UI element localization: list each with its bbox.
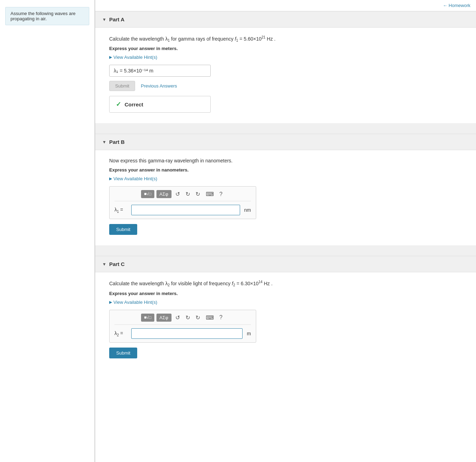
part-c-math-input-row: λ2 = m: [114, 328, 251, 339]
part-b-question: Now express this gamma-ray wavelength in…: [109, 157, 465, 164]
part-a-question: Calculate the wavelength λ1 for gamma ra…: [109, 35, 465, 43]
homework-nav-link[interactable]: ← Homework: [443, 3, 470, 8]
part-c-math-help-button[interactable]: ?: [218, 314, 224, 321]
correct-checkmark-icon: ✓: [116, 100, 121, 108]
part-c-math-label: λ2 =: [114, 330, 128, 337]
part-b-math-unit: nm: [244, 207, 251, 213]
part-c-instruction: Express your answer in meters.: [109, 291, 465, 296]
part-b-math-label: λ1 =: [114, 207, 128, 214]
part-a-hint-label: View Available Hint(s): [113, 55, 157, 60]
part-b-instruction: Express your answer in nanometers.: [109, 167, 465, 173]
part-c-math-fraction-button[interactable]: ■√□: [141, 314, 154, 322]
part-b-hint-arrow: ▶: [109, 176, 112, 181]
part-a-answer-input[interactable]: [109, 65, 211, 77]
part-c-math-symbol-button[interactable]: ΑΣφ: [156, 314, 172, 322]
part-b-section: ▼ Part B Now express this gamma-ray wave…: [95, 134, 476, 245]
part-c-title: Part C: [109, 261, 125, 267]
part-bc-separator: [95, 245, 476, 256]
part-c-submit-button[interactable]: Submit: [109, 348, 137, 358]
part-a-hint-arrow: ▶: [109, 55, 112, 59]
part-b-math-widget: ■√□ ΑΣφ ↺ ↻ ↺ ⌨ ? λ1 = nm: [109, 186, 256, 219]
part-b-collapse-arrow[interactable]: ▼: [102, 140, 106, 145]
main-content: ← Homework ▼ Part A Calculate the wavele…: [95, 0, 476, 462]
part-a-hint-link[interactable]: ▶ View Available Hint(s): [109, 55, 465, 60]
part-c-section: ▼ Part C Calculate the wavelength λ2 for…: [95, 256, 476, 369]
part-a-collapse-arrow[interactable]: ▼: [102, 17, 106, 22]
part-c-math-undo-button[interactable]: ↺: [174, 314, 182, 322]
math-fraction-button[interactable]: ■√□: [141, 190, 154, 198]
page-layout: Assume the following waves are propagati…: [0, 0, 476, 462]
math-keyboard-button[interactable]: ⌨: [204, 190, 216, 198]
math-redo-button[interactable]: ↻: [184, 190, 192, 198]
part-c-math-unit: m: [247, 331, 251, 336]
math-help-button[interactable]: ?: [218, 190, 224, 198]
sidebar-note: Assume the following waves are propagati…: [5, 7, 89, 25]
part-a-prev-answers-link[interactable]: Previous Answers: [141, 83, 177, 89]
part-c-math-widget: ■√□ ΑΣφ ↺ ↻ ↺ ⌨ ? λ2 = m: [109, 310, 256, 343]
part-c-body: Calculate the wavelength λ2 for visible …: [95, 272, 476, 369]
part-a-title: Part A: [109, 16, 125, 22]
part-a-body: Calculate the wavelength λ1 for gamma ra…: [95, 28, 476, 123]
part-c-math-field[interactable]: [131, 328, 243, 339]
part-a-correct-label: Correct: [125, 102, 143, 107]
math-undo-button[interactable]: ↺: [174, 190, 182, 198]
part-a-submit-row: Submit Previous Answers: [109, 81, 465, 91]
sidebar: Assume the following waves are propagati…: [0, 0, 94, 462]
part-c-hint-arrow: ▶: [109, 300, 112, 304]
part-b-hint-link[interactable]: ▶ View Available Hint(s): [109, 176, 465, 181]
part-b-body: Now express this gamma-ray wavelength in…: [95, 150, 476, 245]
part-c-question: Calculate the wavelength λ2 for visible …: [109, 279, 465, 288]
part-c-hint-label: View Available Hint(s): [113, 300, 157, 305]
math-refresh-button[interactable]: ↺: [194, 190, 202, 198]
part-c-math-toolbar: ■√□ ΑΣφ ↺ ↻ ↺ ⌨ ?: [114, 314, 251, 325]
part-c-math-redo-button[interactable]: ↻: [184, 314, 192, 322]
part-a-instruction: Express your answer in meters.: [109, 46, 465, 51]
part-c-hint-link[interactable]: ▶ View Available Hint(s): [109, 300, 465, 305]
part-b-title: Part B: [109, 139, 125, 145]
part-a-input-box: [109, 65, 465, 81]
part-c-header[interactable]: ▼ Part C: [95, 256, 476, 272]
part-a-submit-button[interactable]: Submit: [109, 81, 135, 91]
part-b-math-toolbar: ■√□ ΑΣφ ↺ ↻ ↺ ⌨ ?: [114, 190, 251, 201]
part-b-submit-button[interactable]: Submit: [109, 224, 137, 235]
part-a-section: ▼ Part A Calculate the wavelength λ1 for…: [95, 11, 476, 123]
part-a-header[interactable]: ▼ Part A: [95, 11, 476, 28]
part-c-collapse-arrow[interactable]: ▼: [102, 262, 106, 267]
part-a-correct-box: ✓ Correct: [109, 96, 211, 113]
part-ab-separator: [95, 123, 476, 134]
part-b-math-field[interactable]: [131, 205, 240, 215]
part-c-math-keyboard-button[interactable]: ⌨: [204, 314, 216, 322]
math-symbol-button[interactable]: ΑΣφ: [156, 190, 172, 198]
top-bar: ← Homework: [95, 0, 476, 11]
part-b-math-input-row: λ1 = nm: [114, 205, 251, 215]
part-c-math-refresh-button[interactable]: ↺: [194, 314, 202, 322]
part-b-hint-label: View Available Hint(s): [113, 176, 157, 181]
part-b-header[interactable]: ▼ Part B: [95, 134, 476, 150]
